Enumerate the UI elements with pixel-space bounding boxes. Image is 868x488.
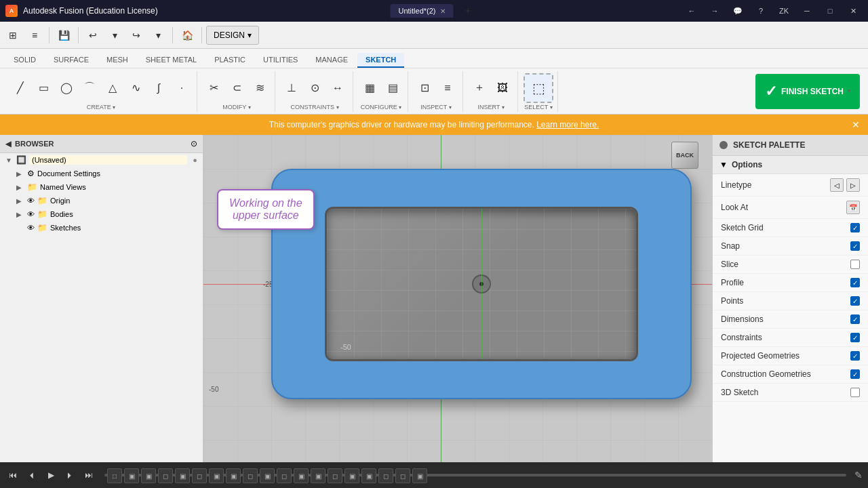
spline-tool[interactable]: ∿ (125, 77, 146, 99)
tl-icon-9[interactable]: ◻ (243, 468, 258, 483)
point-tool[interactable]: · (171, 77, 193, 99)
tl-icon-12[interactable]: ▣ (294, 468, 309, 483)
close-button[interactable]: ✕ (844, 4, 863, 18)
insert2[interactable]: 🖼 (492, 77, 513, 99)
snap-checkbox[interactable]: ✓ (850, 241, 860, 251)
sketch-grid-checkbox[interactable]: ✓ (850, 223, 860, 232)
tl-icon-8[interactable]: ▣ (226, 468, 241, 483)
select-tool[interactable]: ⬚ (524, 73, 553, 103)
minimize-button[interactable]: ─ (797, 4, 816, 18)
constraint2[interactable]: ⊙ (304, 77, 326, 99)
feedback-button[interactable]: 💬 (728, 4, 747, 18)
nav-cube[interactable]: BACK (671, 142, 705, 182)
tl-icon-13[interactable]: ▣ (311, 468, 326, 483)
browser-options-icon[interactable]: ⊙ (191, 139, 197, 148)
slice-checkbox[interactable] (850, 260, 860, 269)
configure1[interactable]: ▦ (359, 77, 380, 99)
insert1[interactable]: ＋ (469, 77, 490, 99)
inspect1[interactable]: ⊡ (414, 77, 435, 99)
home-button[interactable]: 🏠 (177, 26, 197, 45)
grid-menu-button[interactable]: ⊞ (3, 26, 23, 45)
tab-plastic[interactable]: PLASTIC (206, 53, 254, 68)
linetype-prev-button[interactable]: ◁ (830, 178, 844, 192)
tl-icon-4[interactable]: ◻ (158, 468, 173, 483)
tl-icon-6[interactable]: ◻ (192, 468, 207, 483)
tab-surface[interactable]: SURFACE (45, 53, 97, 68)
tl-next[interactable]: ⏵ (62, 468, 77, 483)
tab-close-icon[interactable]: ✕ (440, 7, 446, 15)
alert-link[interactable]: Learn more here. (536, 120, 599, 129)
configure2[interactable]: ▤ (382, 77, 403, 99)
nav-forward-button[interactable]: → (705, 4, 724, 18)
new-tab-button[interactable]: ＋ (458, 1, 478, 20)
circle-tool[interactable]: ◯ (56, 77, 77, 99)
tab-mesh[interactable]: MESH (98, 53, 136, 68)
canvas-area[interactable]: -250 -200 -150 -100 20 -50 -50 (203, 135, 712, 488)
tab-utilities[interactable]: UTILITIES (255, 53, 306, 68)
undo-button[interactable]: ↩ (83, 26, 103, 45)
nav-back-button[interactable]: ← (682, 4, 701, 18)
tl-skip-end[interactable]: ⏭ (81, 468, 96, 483)
tab-manage[interactable]: MANAGE (307, 53, 356, 68)
tree-item-named-views[interactable]: ▶ 📁 Named Views (0, 180, 203, 194)
tab-sketch[interactable]: SKETCH (357, 53, 404, 68)
tl-icon-19[interactable]: ▣ (412, 468, 427, 483)
tl-edit-icon[interactable]: ✎ (854, 470, 863, 481)
points-checkbox[interactable]: ✓ (850, 296, 860, 306)
look-at-button[interactable]: 📅 (846, 201, 860, 214)
3d-sketch-checkbox[interactable] (850, 388, 860, 397)
tl-icon-10[interactable]: ▣ (260, 468, 275, 483)
tl-icon-17[interactable]: ◻ (378, 468, 393, 483)
tree-item-settings[interactable]: ▶ ⚙ Document Settings (0, 167, 203, 180)
constraints-checkbox[interactable]: ✓ (850, 333, 860, 342)
redo-arrow[interactable]: ▾ (148, 26, 168, 45)
tl-play[interactable]: ▶ (43, 468, 58, 483)
tab-solid[interactable]: SOLID (5, 53, 44, 68)
file-menu-button[interactable]: ≡ (24, 26, 45, 45)
finish-sketch-button[interactable]: ✓ FINISH SKETCH ▾ (755, 74, 860, 109)
profile-checkbox[interactable]: ✓ (850, 278, 860, 287)
help-button[interactable]: ? (751, 4, 770, 18)
inspect2[interactable]: ≡ (437, 77, 458, 99)
alert-close-button[interactable]: ✕ (852, 119, 860, 130)
tl-icon-2[interactable]: ▣ (124, 468, 139, 483)
projected-geometries-checkbox[interactable]: ✓ (850, 351, 860, 361)
redo-button[interactable]: ↪ (126, 26, 146, 45)
nav-cube-box[interactable]: BACK (671, 142, 698, 169)
linetype-next-button[interactable]: ▷ (846, 178, 860, 192)
polygon-tool[interactable]: △ (102, 77, 123, 99)
browser-collapse-icon[interactable]: ◀ (5, 140, 11, 148)
tl-icon-15[interactable]: ▣ (344, 468, 359, 483)
sketch-palette-options-toggle[interactable]: ▼ Options (713, 156, 868, 174)
dimension-tool[interactable]: ↔ (327, 77, 349, 99)
tl-icon-18[interactable]: ◻ (395, 468, 410, 483)
tl-icon-1[interactable]: □ (107, 468, 122, 483)
offset-tool[interactable]: ⊂ (226, 77, 248, 99)
trim-tool[interactable]: ✂ (203, 77, 224, 99)
tl-prev[interactable]: ⏴ (24, 468, 39, 483)
tl-icon-3[interactable]: ▣ (141, 468, 156, 483)
line-tool[interactable]: ╱ (9, 77, 31, 99)
construction-geometries-checkbox[interactable]: ✓ (850, 369, 860, 379)
tl-skip-start[interactable]: ⏮ (5, 468, 20, 483)
tree-item-bodies[interactable]: ▶ 👁 📁 Bodies (0, 207, 203, 221)
constraint1[interactable]: ⊥ (281, 77, 302, 99)
tree-item-sketches[interactable]: ▶ 👁 📁 Sketches (0, 221, 203, 235)
tl-icon-14[interactable]: ◻ (328, 468, 342, 483)
save-button[interactable]: 💾 (54, 26, 74, 45)
tl-icon-11[interactable]: ◻ (277, 468, 292, 483)
user-button[interactable]: ZK (774, 4, 793, 18)
dimensions-checkbox[interactable]: ✓ (850, 314, 860, 324)
tl-icon-16[interactable]: ▣ (361, 468, 376, 483)
timeline-track[interactable]: □ ▣ ▣ ◻ ▣ ◻ ▣ ▣ ◻ ▣ ◻ ▣ ▣ ◻ ▣ ▣ ◻ ◻ ▣ (104, 474, 846, 476)
tree-item-origin[interactable]: ▶ 👁 📁 Origin (0, 194, 203, 207)
tl-icon-7[interactable]: ▣ (209, 468, 224, 483)
maximize-button[interactable]: □ (821, 4, 840, 18)
tl-icon-5[interactable]: ▣ (175, 468, 190, 483)
mirror-tool[interactable]: ≋ (249, 77, 271, 99)
rect-tool[interactable]: ▭ (33, 77, 54, 99)
arc-tool[interactable]: ⌒ (79, 77, 100, 99)
design-dropdown[interactable]: DESIGN ▾ (206, 26, 259, 45)
tree-item-root[interactable]: ▼ 🔲 (Unsaved) ● (0, 153, 203, 167)
tab-sheet-metal[interactable]: SHEET METAL (138, 53, 205, 68)
